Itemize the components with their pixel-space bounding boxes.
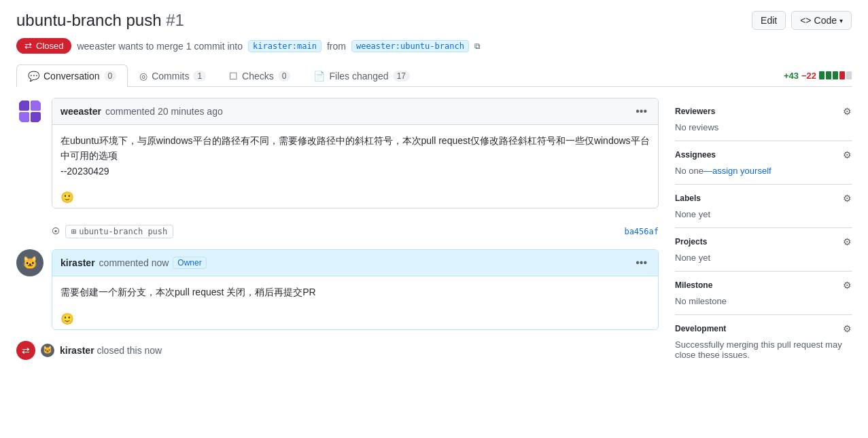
projects-title: Projects [675, 237, 707, 247]
assignees-value: No one—assign yourself [675, 166, 852, 176]
tab-commits[interactable]: ◎ Commits 1 [128, 65, 218, 87]
diff-block-5 [846, 71, 852, 79]
commit-dot-icon: ⦿ [52, 227, 60, 236]
commenter-name-2[interactable]: kiraster [60, 257, 95, 268]
commenter-name-1[interactable]: weeaster [60, 106, 101, 117]
milestone-title: Milestone [675, 280, 712, 290]
edit-button[interactable]: Edit [752, 11, 786, 30]
avatar-cell [19, 101, 29, 111]
comment-thread-1: weeaster commented 20 minutes ago ••• 在u… [16, 98, 659, 208]
comment-time-2: commented now [99, 257, 169, 268]
labels-value: None yet [675, 209, 852, 219]
assign-yourself-link[interactable]: —assign yourself [704, 166, 771, 176]
sidebar-labels: Labels ⚙ None yet [675, 185, 852, 228]
conversation-area: weeaster commented 20 minutes ago ••• 在u… [16, 98, 659, 368]
sidebar-reviewers: Reviewers ⚙ No reviews [675, 98, 852, 141]
source-branch[interactable]: weeaster:ubuntu-branch [351, 40, 469, 52]
conversation-icon: 💬 [28, 71, 39, 81]
comment-body-1: 在ubuntu环境下，与原windows平台的路径有不同，需要修改路径中的斜杠符… [52, 125, 658, 187]
sidebar-development: Development ⚙ Successfully merging this … [675, 315, 852, 368]
assignees-title: Assignees [675, 150, 716, 160]
comment-box-2: kiraster commented now Owner ••• 需要创建一个新… [52, 249, 659, 329]
chevron-down-icon: ▾ [839, 17, 843, 24]
sidebar-projects: Projects ⚙ None yet [675, 228, 852, 272]
comment-thread-2: 🐱 kiraster commented now Owner ••• 需要创建一… [16, 249, 659, 329]
commit-entry: ⦿ ⊞ ubuntu-branch push ba456af [52, 219, 659, 244]
merge-description: weeaster wants to merge 1 commit into [77, 41, 243, 52]
closed-event: ⇄ 🐱 kiraster closed this now [16, 341, 659, 360]
target-branch[interactable]: kiraster:main [248, 40, 322, 52]
projects-gear-button[interactable]: ⚙ [843, 236, 852, 247]
avatar-cell [31, 112, 41, 122]
code-button[interactable]: <> Code ▾ [791, 11, 852, 30]
pr-title: ubuntu-branch push #1 [16, 11, 184, 30]
assignees-gear-button[interactable]: ⚙ [843, 149, 852, 160]
comment-header-2: kiraster commented now Owner ••• [52, 250, 658, 276]
closed-icon: ⇄ [22, 345, 30, 356]
code-icon: <> [800, 15, 811, 26]
tab-checks[interactable]: ☐ Checks 0 [218, 65, 302, 87]
sidebar: Reviewers ⚙ No reviews Assignees ⚙ No on… [675, 98, 852, 368]
projects-value: None yet [675, 253, 852, 263]
commit-hash[interactable]: ba456af [624, 227, 659, 236]
tabs-bar: 💬 Conversation 0 ◎ Commits 1 ☐ Checks 0 … [16, 65, 852, 87]
development-value: Successfully merging this pull request m… [675, 340, 852, 360]
reviewers-title: Reviewers [675, 107, 715, 116]
diff-block-1 [819, 71, 824, 79]
diff-block-4 [839, 71, 845, 79]
reviewers-value: No reviews [675, 122, 852, 132]
development-title: Development [675, 324, 726, 333]
avatar-kiraster: 🐱 [16, 249, 44, 276]
diff-stats: +43 −22 [784, 65, 852, 86]
diff-block-3 [833, 71, 838, 79]
tab-files-changed[interactable]: 📄 Files changed 17 [302, 65, 421, 87]
reviewers-gear-button[interactable]: ⚙ [843, 106, 852, 117]
comment-body-2: 需要创建一个新分支，本次pull request 关闭，稍后再提交PR [52, 276, 658, 308]
comment-more-button-1[interactable]: ••• [633, 104, 650, 119]
sidebar-milestone: Milestone ⚙ No milestone [675, 272, 852, 315]
files-icon: 📄 [313, 71, 325, 81]
diff-additions: +43 [784, 71, 799, 81]
comment-footer-1: 🙂 [52, 187, 658, 208]
labels-gear-button[interactable]: ⚙ [843, 193, 852, 204]
labels-title: Labels [675, 194, 701, 203]
commits-icon: ◎ [139, 71, 147, 81]
small-avatar-kiraster: 🐱 [41, 344, 54, 357]
closed-text: kiraster closed this now [60, 345, 162, 356]
avatar-cell [19, 112, 29, 122]
emoji-button-1[interactable]: 🙂 [60, 191, 74, 204]
owner-badge: Owner [173, 257, 206, 269]
diff-blocks [819, 71, 852, 79]
tab-conversation[interactable]: 💬 Conversation 0 [16, 65, 128, 87]
comment-box-1: weeaster commented 20 minutes ago ••• 在u… [52, 98, 659, 208]
merge-icon: ⇄ [24, 41, 32, 51]
comment-header-1: weeaster commented 20 minutes ago ••• [52, 98, 658, 125]
closed-badge: ⇄ [16, 341, 35, 360]
checks-icon: ☐ [229, 71, 238, 81]
copy-icon[interactable]: ⧉ [474, 41, 481, 51]
comment-time-1: commented 20 minutes ago [105, 106, 223, 117]
diff-block-2 [826, 71, 831, 79]
avatar-cell [31, 101, 41, 111]
comment-footer-2: 🙂 [52, 308, 658, 329]
pr-meta: ⇄ Closed weeaster wants to merge 1 commi… [16, 38, 852, 54]
development-gear-button[interactable]: ⚙ [843, 323, 852, 334]
avatar-weeaster [16, 98, 44, 125]
commit-branch-badge: ⊞ ubuntu-branch push [65, 225, 173, 238]
diff-deletions: −22 [801, 71, 816, 81]
comment-more-button-2[interactable]: ••• [633, 255, 650, 270]
branch-icon: ⊞ [71, 227, 76, 236]
milestone-gear-button[interactable]: ⚙ [843, 280, 852, 291]
emoji-button-2[interactable]: 🙂 [60, 312, 74, 325]
milestone-value: No milestone [675, 296, 852, 306]
sidebar-assignees: Assignees ⚙ No one—assign yourself [675, 141, 852, 185]
status-badge: ⇄ Closed [16, 38, 71, 54]
